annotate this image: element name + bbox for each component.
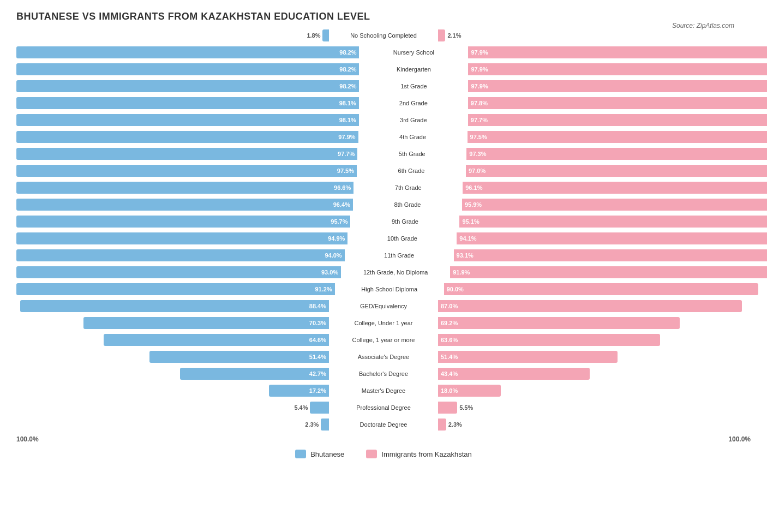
left-bar-wrap: 94.9% [16,232,347,244]
pink-bar: 51.4% [438,351,618,363]
bar-row: 98.1% 2nd Grade 97.8% [16,95,751,111]
blue-bar: 51.4% [149,351,329,363]
pink-bar: 97.0% [466,165,767,177]
bar-row: 97.7% 5th Grade 97.3% [16,146,751,162]
left-value: 97.7% [338,151,355,157]
blue-bar: 42.7% [180,368,329,380]
pink-bar: 94.1% [457,232,767,244]
right-value: 94.1% [459,235,476,242]
left-value: 94.9% [328,235,345,242]
bar-row: 2.3% Doctorate Degree 2.3% [16,417,751,432]
bar-row: 96.4% 8th Grade 95.9% [16,197,751,212]
row-label: Nursery School [359,48,468,57]
blue-bar: 98.1% [16,97,359,109]
left-value: 98.2% [339,49,356,56]
left-value-outside: 5.4% [294,404,308,411]
right-value: 97.0% [469,168,486,174]
blue-bar: 97.7% [16,148,357,160]
left-value: 70.3% [309,320,326,326]
row-label: 11th Grade [345,251,454,260]
row-label: College, 1 year or more [329,336,438,344]
left-bar-wrap: 2.3% [16,419,329,431]
legend: Bhutanese Immigrants from Kazakhstan [16,450,751,458]
left-bar-wrap: 98.1% [16,97,359,109]
row-label: 5th Grade [357,150,466,158]
pink-bar: 18.0% [438,385,501,397]
bar-row: 5.4% Professional Degree 5.5% [16,400,751,415]
bar-row: 98.2% Nursery School 97.9% [16,45,751,60]
right-bar-wrap: 95.1% [459,216,767,228]
pink-bar: 97.9% [468,80,767,92]
row-label: Professional Degree [329,403,438,412]
pink-bar: 96.1% [463,182,767,194]
pink-bar: 87.0% [438,300,742,312]
right-value: 18.0% [441,387,458,394]
left-bar-wrap: 17.2% [16,385,329,397]
right-bar-wrap: 90.0% [444,283,758,295]
right-bar-wrap: 51.4% [438,351,751,363]
legend-blue-label: Bhutanese [310,450,344,458]
left-bar-wrap: 96.6% [16,182,353,194]
blue-swatch [295,450,306,458]
pink-bar: 95.9% [462,199,767,211]
right-bar-wrap: 18.0% [438,385,751,397]
blue-bar: 64.6% [104,334,329,346]
left-bar-wrap: 97.9% [16,131,358,143]
right-bar-wrap: 93.1% [454,249,767,261]
right-value: 93.1% [457,252,474,259]
left-bar-wrap: 5.4% [16,402,329,414]
bar-row: 97.9% 4th Grade 97.5% [16,129,751,145]
pink-bar: 43.4% [438,368,590,380]
pink-bar [438,29,445,41]
left-value: 51.4% [309,354,326,360]
pink-bar: 97.5% [468,131,767,143]
right-value: 96.1% [465,184,482,191]
left-bar-wrap: 42.7% [16,368,329,380]
left-value: 64.6% [309,337,326,343]
left-value: 88.4% [309,303,326,309]
blue-bar [322,29,329,41]
right-value: 87.0% [441,303,458,309]
right-bar-wrap: 97.3% [466,148,767,160]
row-label: 10th Grade [347,234,457,243]
bar-row: 91.2% High School Diploma 90.0% [16,282,751,297]
left-bar-wrap: 95.7% [16,216,350,228]
right-value: 97.8% [471,100,488,106]
bar-row: 1.8% No Schooling Completed 2.1% [16,28,751,43]
right-bar-wrap: 5.5% [438,402,751,414]
left-value: 96.6% [334,184,351,191]
right-value: 97.3% [469,151,486,157]
left-value-outside: 1.8% [307,32,320,39]
row-label: 9th Grade [350,217,459,226]
row-label: 8th Grade [353,200,462,209]
row-label: 12th Grade, No Diploma [341,268,450,277]
bottom-labels: 100.0% 100.0% [16,435,751,443]
row-label: 7th Grade [353,183,463,192]
left-value: 17.2% [309,387,326,394]
right-bar-wrap: 97.8% [468,97,767,109]
left-value: 98.2% [339,66,356,73]
blue-bar: 95.7% [16,216,350,228]
right-bar-wrap: 97.7% [468,114,767,126]
blue-bar: 98.2% [16,80,359,92]
blue-bar: 88.4% [20,300,329,312]
bar-row: 97.5% 6th Grade 97.0% [16,163,751,178]
pink-bar: 93.1% [454,249,767,261]
left-value: 93.0% [321,269,338,276]
right-value: 97.9% [471,66,488,73]
left-bar-wrap: 98.1% [16,114,359,126]
bar-row: 42.7% Bachelor's Degree 43.4% [16,366,751,381]
right-value: 43.4% [441,370,458,377]
left-value: 94.0% [325,252,341,259]
row-label: Associate's Degree [329,352,438,361]
blue-bar: 70.3% [83,317,329,329]
bar-row: 94.9% 10th Grade 94.1% [16,231,751,246]
right-bar-wrap: 63.6% [438,334,751,346]
bottom-right-label: 100.0% [728,435,751,443]
blue-bar: 98.2% [16,63,359,75]
pink-bar: 97.3% [466,148,767,160]
blue-bar: 98.2% [16,46,359,58]
row-label: Bachelor's Degree [329,369,438,378]
blue-bar: 94.0% [16,249,345,261]
left-bar-wrap: 98.2% [16,46,359,58]
